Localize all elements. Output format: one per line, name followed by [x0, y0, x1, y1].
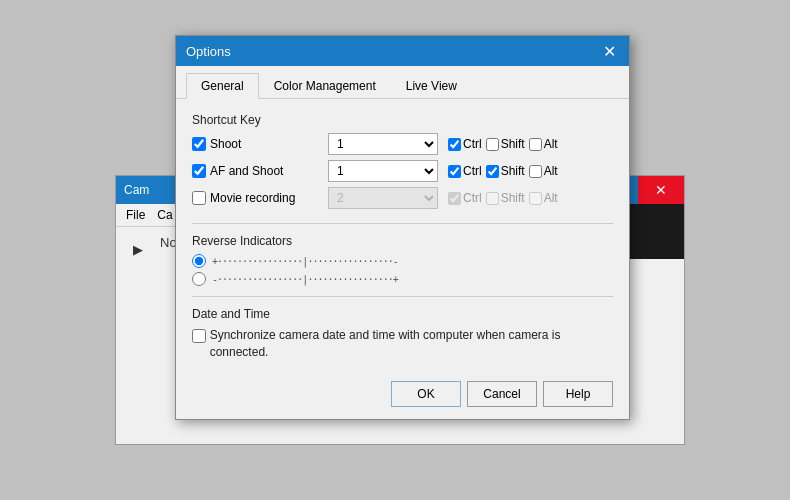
reverse-option2-row: -·················|·················+	[192, 272, 613, 286]
af-shoot-key-select[interactable]: 123	[328, 160, 438, 182]
af-shoot-ctrl-item: Ctrl	[448, 164, 482, 178]
movie-shift-item: Shift	[486, 191, 525, 205]
shortcut-row-shoot: Shoot 123 Ctrl Shift Alt	[192, 133, 613, 155]
tab-general[interactable]: General	[186, 73, 259, 99]
af-shoot-shift-item: Shift	[486, 164, 525, 178]
shoot-ctrl-item: Ctrl	[448, 137, 482, 151]
af-shoot-alt-item: Alt	[529, 164, 558, 178]
shoot-alt-item: Alt	[529, 137, 558, 151]
movie-ctrl-item: Ctrl	[448, 191, 482, 205]
dialog-titlebar: Options ✕	[176, 36, 629, 66]
reverse-indicators-title: Reverse Indicators	[192, 234, 613, 248]
date-sync-label: Synchronize camera date and time with co…	[210, 327, 613, 361]
movie-shift-checkbox[interactable]	[486, 192, 499, 205]
tab-color-management[interactable]: Color Management	[259, 73, 391, 99]
shoot-ctrl-checkbox[interactable]	[448, 138, 461, 151]
reverse-option1-radio[interactable]	[192, 254, 206, 268]
separator-2	[192, 296, 613, 297]
dialog-close-button[interactable]: ✕	[599, 41, 619, 61]
reverse-indicators-section: Reverse Indicators +·················|··…	[192, 234, 613, 286]
dialog-footer: OK Cancel Help	[176, 373, 629, 419]
cancel-button[interactable]: Cancel	[467, 381, 537, 407]
reverse-option1-row: +·················|·················-	[192, 254, 613, 268]
reverse-option2-radio[interactable]	[192, 272, 206, 286]
movie-key-select[interactable]: 213	[328, 187, 438, 209]
shoot-checkbox-label[interactable]: Shoot	[192, 137, 322, 151]
shoot-shift-item: Shift	[486, 137, 525, 151]
movie-modifiers: Ctrl Shift Alt	[448, 191, 558, 205]
shoot-alt-checkbox[interactable]	[529, 138, 542, 151]
play-icon[interactable]: ▶	[124, 235, 152, 263]
shortcut-key-section: Shortcut Key Shoot 123 Ctrl	[192, 113, 613, 209]
tab-live-view[interactable]: Live View	[391, 73, 472, 99]
movie-alt-item: Alt	[529, 191, 558, 205]
shortcut-key-title: Shortcut Key	[192, 113, 613, 127]
shoot-modifiers: Ctrl Shift Alt	[448, 137, 558, 151]
bg-window-title: Cam	[124, 183, 149, 197]
movie-alt-checkbox[interactable]	[529, 192, 542, 205]
shoot-shift-checkbox[interactable]	[486, 138, 499, 151]
shoot-checkbox[interactable]	[192, 137, 206, 151]
separator-1	[192, 223, 613, 224]
tab-bar: General Color Management Live View	[176, 66, 629, 99]
reverse-option1-indicator: +·················|·················-	[212, 256, 398, 267]
af-shoot-alt-checkbox[interactable]	[529, 165, 542, 178]
af-shoot-checkbox-label[interactable]: AF and Shoot	[192, 164, 322, 178]
options-dialog: Options ✕ General Color Management Live …	[175, 35, 630, 420]
movie-checkbox[interactable]	[192, 191, 206, 205]
help-button[interactable]: Help	[543, 381, 613, 407]
bg-menu-file[interactable]: File	[120, 206, 151, 224]
af-shoot-ctrl-checkbox[interactable]	[448, 165, 461, 178]
bg-close-button[interactable]: ✕	[638, 176, 684, 204]
shortcut-row-movie: Movie recording 213 Ctrl Shift	[192, 187, 613, 209]
dialog-title: Options	[186, 44, 231, 59]
date-sync-row: Synchronize camera date and time with co…	[192, 327, 613, 361]
af-shoot-checkbox[interactable]	[192, 164, 206, 178]
date-time-title: Date and Time	[192, 307, 613, 321]
reverse-option2-indicator: -·················|·················+	[212, 274, 398, 285]
date-time-section: Date and Time Synchronize camera date an…	[192, 307, 613, 361]
af-shoot-shift-checkbox[interactable]	[486, 165, 499, 178]
movie-checkbox-label[interactable]: Movie recording	[192, 191, 322, 205]
movie-ctrl-checkbox[interactable]	[448, 192, 461, 205]
dialog-body: Shortcut Key Shoot 123 Ctrl	[176, 99, 629, 373]
date-sync-checkbox[interactable]	[192, 329, 206, 343]
shortcut-row-af-shoot: AF and Shoot 123 Ctrl Shift	[192, 160, 613, 182]
shoot-key-select[interactable]: 123	[328, 133, 438, 155]
af-shoot-modifiers: Ctrl Shift Alt	[448, 164, 558, 178]
ok-button[interactable]: OK	[391, 381, 461, 407]
